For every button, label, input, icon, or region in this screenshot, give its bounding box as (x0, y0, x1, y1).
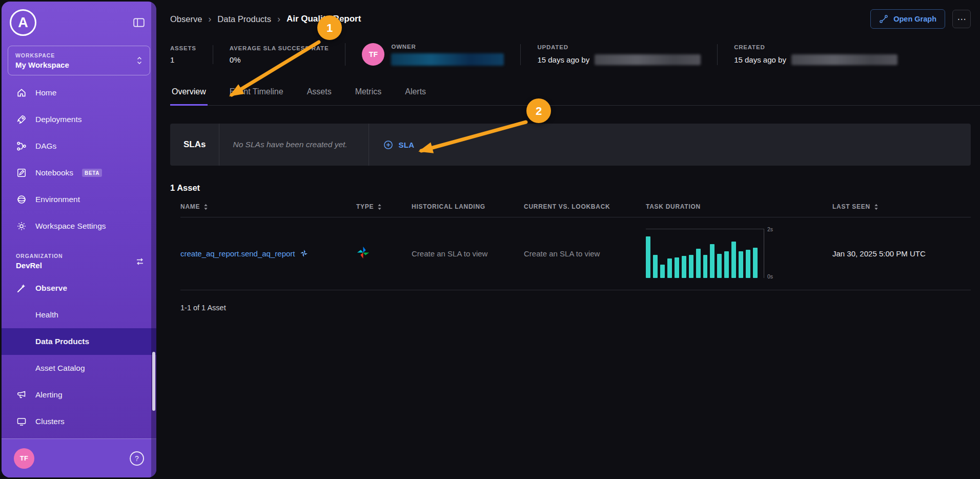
organization-label: ORGANIZATION (16, 253, 63, 259)
current-vs-lookback-cell: Create an SLA to view (524, 249, 646, 258)
tab-metrics[interactable]: Metrics (354, 82, 383, 106)
monitor-icon (16, 416, 27, 427)
tab-event-timeline[interactable]: Event Timeline (228, 82, 285, 106)
sidebar-item-workspace-settings[interactable]: Workspace Settings (2, 213, 156, 240)
table-row: create_aq_report.send_aq_report Create a… (180, 217, 971, 290)
chevron-up-down-icon (136, 56, 142, 65)
duration-bar (746, 250, 750, 278)
add-sla-label: SLA (398, 141, 414, 149)
historical-landing-cell: Create an SLA to view (412, 249, 524, 258)
sidebar-scrollbar-track (151, 2, 156, 477)
user-avatar[interactable]: TF (14, 448, 34, 469)
sidebar-item-deployments[interactable]: Deployments (2, 106, 156, 133)
task-duration-chart: 2s 0s (646, 229, 832, 278)
tabs: Overview Event Timeline Assets Metrics A… (170, 82, 980, 106)
duration-bar (675, 257, 679, 278)
breadcrumb-data-products[interactable]: Data Products (217, 14, 271, 24)
sidebar-item-label: DAGs (35, 142, 56, 151)
megaphone-icon (16, 390, 27, 401)
sidebar-header: A (2, 2, 156, 38)
duration-bar (703, 255, 708, 278)
duration-bar (653, 255, 658, 278)
duration-bar (696, 249, 701, 278)
sidebar-item-home[interactable]: Home (2, 79, 156, 106)
sidebar-item-data-products[interactable]: Data Products (2, 328, 156, 355)
sidebar-item-label: Deployments (35, 115, 81, 124)
sidebar-item-label: Notebooks (35, 168, 73, 177)
stat-owner-label: OWNER (391, 44, 504, 50)
sidebar-item-health[interactable]: Health (2, 302, 156, 328)
task-duration-chart-bars (646, 229, 764, 278)
axis-tick-min: 0s (767, 273, 773, 280)
sidebar-item-asset-catalog[interactable]: Asset Catalog (2, 355, 156, 382)
topbar: Observe › Data Products › Air Quality Re… (170, 0, 971, 38)
overview-content: SLAs No SLAs have been created yet. SLA … (170, 106, 971, 325)
tab-assets[interactable]: Assets (305, 82, 333, 106)
workspace-selector[interactable]: WORKSPACE My Workspace (8, 46, 150, 75)
sidebar-item-label: Health (35, 310, 58, 320)
more-options-button[interactable]: ⋯ (952, 10, 971, 28)
sidebar-item-observe[interactable]: Observe (2, 275, 156, 302)
shooting-star-icon (16, 283, 27, 294)
breadcrumb-separator-icon: › (277, 14, 280, 25)
graph-icon (879, 14, 888, 24)
sla-panel-title: SLAs (170, 124, 219, 166)
sla-empty-message: No SLAs have been created yet. (219, 124, 369, 166)
column-header-type[interactable]: TYPE (356, 203, 412, 210)
stat-sla-value: 0% (230, 55, 329, 64)
logo-letter: A (18, 15, 28, 31)
asset-name-link[interactable]: create_aq_report.send_aq_report (180, 249, 356, 258)
task-duration-cell: 2s 0s (646, 229, 832, 278)
stat-updated-label: UPDATED (537, 44, 701, 50)
home-icon (16, 88, 27, 98)
asset-type-cell (356, 246, 412, 262)
organization-switcher[interactable]: ORGANIZATION DevRel (2, 240, 156, 275)
tab-alerts[interactable]: Alerts (403, 82, 427, 106)
column-header-current-vs-lookback: CURRENT VS. LOOKBACK (524, 203, 646, 210)
duration-bar (739, 251, 743, 278)
sidebar-item-alerting[interactable]: Alerting (2, 382, 156, 408)
stat-sla-success-rate: AVERAGE SLA SUCCESS RATE 0% (213, 45, 345, 64)
sidebar-item-dags[interactable]: DAGs (2, 133, 156, 159)
duration-bar (660, 265, 665, 278)
asset-table-header: NAME TYPE HISTORICAL LANDING CURRENT VS.… (180, 203, 971, 217)
swap-arrows-icon (135, 256, 145, 267)
help-icon[interactable]: ? (130, 451, 144, 466)
sort-icon (874, 204, 879, 210)
collapse-sidebar-icon[interactable] (133, 17, 145, 28)
sidebar-item-label: Asset Catalog (35, 364, 85, 373)
stat-created: CREATED 15 days ago by (717, 44, 914, 65)
table-pagination-summary: 1-1 of 1 Asset (180, 290, 971, 325)
column-header-last-seen[interactable]: LAST SEEN (832, 203, 971, 210)
sort-icon (203, 204, 208, 210)
duration-bar (753, 248, 758, 278)
sidebar: A WORKSPACE My Workspace Home (2, 2, 156, 477)
main-content: Observe › Data Products › Air Quality Re… (158, 0, 980, 479)
asset-count-heading: 1 Asset (170, 183, 971, 193)
stats-bar: ASSETS 1 AVERAGE SLA SUCCESS RATE 0% TF … (170, 38, 971, 76)
sidebar-footer: TF ? (2, 438, 156, 477)
duration-bar (724, 251, 729, 278)
column-header-historical-landing: HISTORICAL LANDING (412, 203, 524, 210)
open-graph-button[interactable]: Open Graph (870, 9, 945, 29)
sidebar-item-clusters[interactable]: Clusters (2, 408, 156, 435)
sidebar-scrollbar-thumb[interactable] (152, 352, 155, 411)
sidebar-item-environment[interactable]: Environment (2, 186, 156, 213)
workspace-label: WORKSPACE (15, 52, 69, 58)
column-header-name[interactable]: NAME (180, 203, 356, 210)
sidebar-item-notebooks[interactable]: Notebooks BETA (2, 159, 156, 186)
duration-bar (667, 258, 672, 278)
organization-name: DevRel (16, 261, 63, 270)
stat-assets-value: 1 (170, 55, 196, 64)
breadcrumb-separator-icon: › (208, 14, 211, 25)
duration-bar (689, 255, 693, 278)
duration-bar (682, 256, 686, 278)
astronomer-logo[interactable]: A (10, 9, 36, 36)
workspace-name: My Workspace (15, 61, 69, 69)
sidebar-item-label: Observe (35, 284, 67, 293)
stat-assets: ASSETS 1 (170, 45, 213, 64)
tab-overview[interactable]: Overview (170, 82, 208, 106)
breadcrumb-observe[interactable]: Observe (170, 14, 202, 24)
add-sla-button[interactable]: SLA (369, 124, 428, 166)
sidebar-item-label: Alerting (35, 390, 63, 400)
